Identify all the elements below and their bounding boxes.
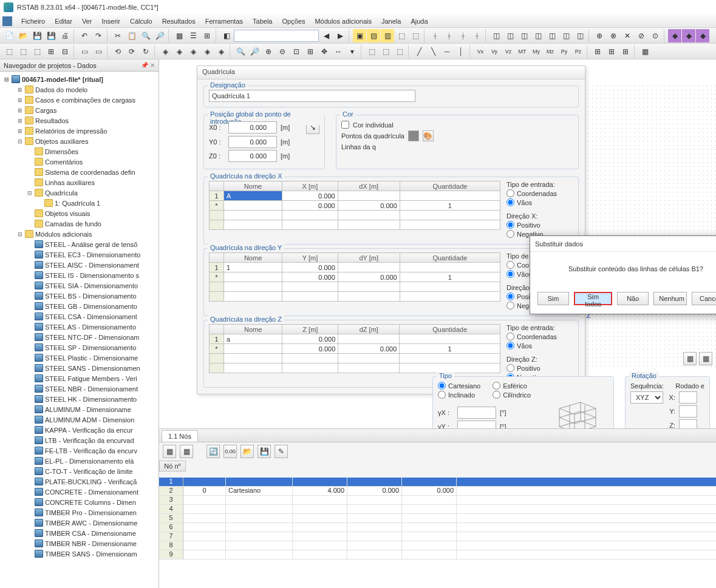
tb-d3[interactable]: ✕ [621,29,634,42]
color-pick-1[interactable]: 🎨 [423,130,434,141]
tb-b1[interactable]: ⟊ [428,29,442,42]
tree-item[interactable]: STEEL AS - Dimensionamento [1,322,157,332]
radio-cartesiano[interactable] [438,382,446,390]
tree-item[interactable]: ALUMINUM - Dimensioname [1,404,157,414]
tb-redo[interactable]: ↷ [92,29,105,42]
tree-item[interactable]: ⊟Objetos auxiliares [1,136,157,146]
t2-42[interactable]: ⊞ [619,45,632,58]
tree-item[interactable]: STEEL SIA - Dimensionamento [1,280,157,291]
menu-resultados[interactable]: Resultados [158,16,200,26]
tb-layers[interactable]: ☰ [186,29,200,42]
btn-sim-todos[interactable]: Sim todos [574,292,612,305]
tree-item[interactable]: STEEL EC3 - Dimensionamento [1,249,157,260]
tb-c1[interactable]: ◫ [489,29,503,42]
t2-19[interactable]: ⊖ [276,45,289,58]
tree-item[interactable]: ⊞Casos e combinações de cargass [1,95,157,105]
tb-d2[interactable]: ⊗ [607,29,620,42]
radio-vaos-z[interactable] [506,342,514,350]
menu-ficheiro[interactable]: Ficheiro [17,16,49,26]
t2-27[interactable]: ⬚ [393,45,406,58]
t2-16[interactable]: 🔍 [234,45,247,58]
tb-a2[interactable]: ⬚ [409,29,422,42]
tree-item[interactable]: STEEL Plastic - Dimensioname [1,353,157,363]
tree-item[interactable]: Objetos visuais [1,208,157,218]
tree-item[interactable]: STEEL GB - Dimensionamento [1,301,157,311]
t2-mz[interactable]: Mz [544,45,557,58]
radio-pos-x[interactable] [506,221,514,229]
menu-modulos[interactable]: Módulos adicionais [310,16,376,26]
t2-31[interactable]: │ [454,45,468,58]
radio-cilindrico[interactable] [493,391,500,399]
btn-sim[interactable]: Sim [537,292,569,305]
table-row[interactable]: 7 [159,532,716,541]
t2-14[interactable]: ◈ [200,45,214,58]
t2-20[interactable]: ⊡ [290,45,303,58]
tree-item[interactable]: ALUMINUM ADM - Dimension [1,414,157,425]
radio-esferico[interactable] [493,382,500,390]
tb-open[interactable]: 📂 [16,29,30,42]
tree-item[interactable]: LTB - Verificação da encurvad [1,435,157,445]
table-row[interactable]: 20Cartesiano4.0000.0000.000 [159,487,716,496]
t2-12[interactable]: ◈ [172,45,186,58]
menu-ver[interactable]: Ver [78,16,97,26]
t2-21[interactable]: ⊞ [304,45,317,58]
t2-2[interactable]: ⬚ [16,45,30,58]
t2-40[interactable]: ⊞ [591,45,604,58]
tree-item[interactable]: CONCRETE Columns - Dimen [1,497,157,507]
tb-next[interactable]: ▶ [333,29,347,42]
tree-item[interactable]: FE-LTB - Verificação da encurv [1,445,157,456]
tree-item[interactable]: ⊟Módulos adicionais [1,229,157,239]
tree-item[interactable]: ⊞Relatórios de impressão [1,126,157,136]
tb-b3[interactable]: ⟊ [456,29,469,42]
tree-item[interactable]: TIMBER CSA - Dimensioname [1,528,157,538]
tree-item[interactable]: ⊞Resultados [1,115,157,126]
tree-item[interactable]: STEEL SANS - Dimensionamen [1,363,157,373]
tb-c2[interactable]: ◫ [503,29,517,42]
nav-tree[interactable]: ⊟004671-model-file* [ritual]⊞Dados do mo… [0,72,159,588]
input-roty[interactable] [679,405,697,417]
t2-5[interactable]: ⊟ [58,45,72,58]
btn-cancelar[interactable]: Cancelar [692,292,716,305]
color-swatch-1[interactable] [408,130,419,141]
table-row[interactable]: 3 [159,496,716,505]
tb-copy[interactable]: 📋 [125,29,138,42]
tree-item[interactable]: C-TO-T - Verificação de limite [1,466,157,476]
menu-ferramentas[interactable]: Ferramentas [201,16,247,26]
tree-root[interactable]: ⊟004671-model-file* [ritual] [1,74,157,84]
t2-6[interactable]: ▭ [78,45,91,58]
table-row[interactable]: 4 [159,505,716,514]
t2-18[interactable]: ⊕ [262,45,275,58]
tb-b4[interactable]: ⟊ [470,29,483,42]
t2-24[interactable]: ▾ [346,45,359,58]
radio-coord-z[interactable] [506,333,514,340]
tb-cut[interactable]: ✂ [111,29,124,42]
tb-c5[interactable]: ◫ [545,29,559,42]
tb-b2[interactable]: ⟊ [442,29,455,42]
menu-ajuda[interactable]: Ajuda [406,16,432,26]
input-designacao[interactable] [209,90,415,102]
btn-nao[interactable]: Não [617,292,649,305]
tree-item[interactable]: STEEL NBR - Dimensionament [1,384,157,394]
tb-d5[interactable]: ⊙ [649,29,662,42]
btb-6[interactable]: 💾 [257,445,271,458]
menu-opcoes[interactable]: Opções [278,16,309,26]
tb-a1[interactable]: ⬚ [395,29,408,42]
t2-8[interactable]: ⟲ [111,45,124,58]
tb-m1[interactable]: ◧ [220,29,233,42]
t2-41[interactable]: ⊞ [605,45,618,58]
tb-c6[interactable]: ◫ [559,29,573,42]
t2-26[interactable]: ⬚ [379,45,392,58]
tb-c7[interactable]: ◫ [573,29,587,42]
tb-undo[interactable]: ↶ [78,29,91,42]
t2-7[interactable]: ▭ [92,45,105,58]
tb-e2[interactable]: ◆ [682,29,695,42]
tree-item[interactable]: Comentários [1,157,157,167]
radio-pos-y[interactable] [506,292,514,300]
tree-item[interactable]: ⊞Dados do modelo [1,84,157,95]
t2-17[interactable]: 🔎 [248,45,261,58]
tree-item[interactable]: TIMBER Pro - Dimensionamen [1,507,157,518]
t2-4[interactable]: ⊞ [44,45,58,58]
t2-vz[interactable]: Vz [502,45,515,58]
t2-py[interactable]: Py [557,45,571,58]
radio-vaos-y[interactable] [506,270,514,278]
